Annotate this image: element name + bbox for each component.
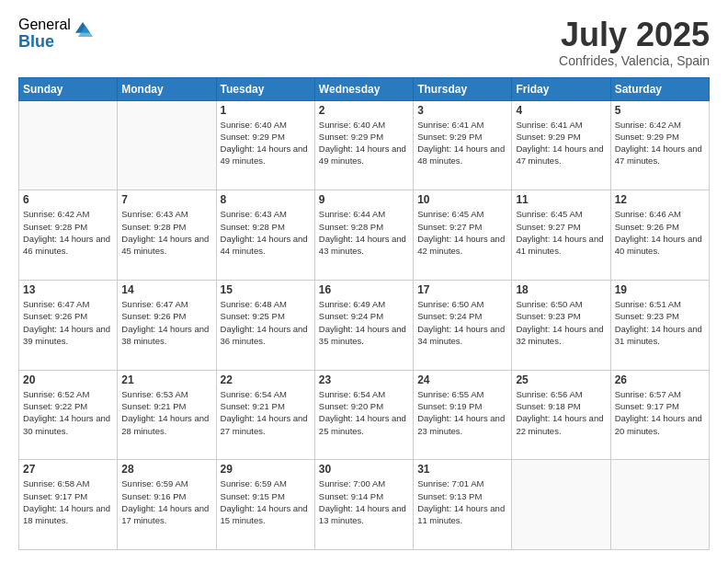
day-number: 30 bbox=[319, 463, 409, 476]
logo-general: General bbox=[18, 17, 71, 33]
month-title: July 2025 bbox=[559, 17, 710, 53]
calendar-cell: 2Sunrise: 6:40 AMSunset: 9:29 PMDaylight… bbox=[314, 100, 413, 190]
day-number: 8 bbox=[221, 193, 311, 206]
calendar-cell: 11Sunrise: 6:45 AMSunset: 9:27 PMDayligh… bbox=[512, 190, 610, 281]
calendar-cell: 24Sunrise: 6:55 AMSunset: 9:19 PMDayligh… bbox=[414, 370, 512, 460]
day-number: 27 bbox=[23, 463, 113, 476]
day-number: 26 bbox=[615, 373, 705, 386]
day-number: 20 bbox=[23, 373, 113, 386]
day-number: 22 bbox=[221, 373, 311, 386]
weekday-header-row: SundayMondayTuesdayWednesdayThursdayFrid… bbox=[19, 77, 710, 100]
day-info: Sunrise: 7:00 AMSunset: 9:14 PMDaylight:… bbox=[319, 477, 409, 526]
calendar-cell: 3Sunrise: 6:41 AMSunset: 9:29 PMDaylight… bbox=[414, 100, 512, 190]
day-number: 31 bbox=[417, 463, 507, 476]
calendar-cell: 22Sunrise: 6:54 AMSunset: 9:21 PMDayligh… bbox=[216, 370, 314, 460]
day-info: Sunrise: 6:43 AMSunset: 9:28 PMDaylight:… bbox=[121, 208, 211, 257]
day-number: 24 bbox=[417, 373, 507, 386]
day-number: 11 bbox=[516, 193, 606, 206]
calendar-cell: 27Sunrise: 6:58 AMSunset: 9:17 PMDayligh… bbox=[19, 460, 118, 550]
day-info: Sunrise: 6:40 AMSunset: 9:29 PMDaylight:… bbox=[319, 119, 409, 167]
day-number: 5 bbox=[615, 104, 705, 117]
day-info: Sunrise: 6:59 AMSunset: 9:15 PMDaylight:… bbox=[221, 477, 311, 526]
day-number: 15 bbox=[221, 283, 311, 296]
weekday-header-monday: Monday bbox=[118, 77, 216, 100]
week-row-3: 20Sunrise: 6:52 AMSunset: 9:22 PMDayligh… bbox=[19, 370, 710, 460]
week-row-0: 1Sunrise: 6:40 AMSunset: 9:29 PMDaylight… bbox=[19, 100, 710, 190]
calendar-cell: 5Sunrise: 6:42 AMSunset: 9:29 PMDaylight… bbox=[610, 100, 709, 190]
day-info: Sunrise: 6:40 AMSunset: 9:29 PMDaylight:… bbox=[221, 119, 311, 167]
calendar-cell: 4Sunrise: 6:41 AMSunset: 9:29 PMDaylight… bbox=[512, 100, 610, 190]
day-number: 3 bbox=[417, 104, 507, 117]
calendar-cell bbox=[19, 100, 118, 190]
day-number: 17 bbox=[417, 283, 507, 296]
day-number: 13 bbox=[23, 283, 113, 296]
weekday-header-saturday: Saturday bbox=[610, 77, 709, 100]
day-info: Sunrise: 6:50 AMSunset: 9:24 PMDaylight:… bbox=[417, 298, 507, 347]
day-number: 18 bbox=[516, 283, 606, 296]
day-number: 12 bbox=[615, 193, 705, 206]
day-number: 25 bbox=[516, 373, 606, 386]
day-info: Sunrise: 6:44 AMSunset: 9:28 PMDaylight:… bbox=[319, 208, 409, 257]
day-info: Sunrise: 6:50 AMSunset: 9:23 PMDaylight:… bbox=[516, 298, 606, 347]
title-block: July 2025 Confrides, Valencia, Spain bbox=[559, 17, 710, 68]
day-info: Sunrise: 6:49 AMSunset: 9:24 PMDaylight:… bbox=[319, 298, 409, 347]
calendar-cell: 31Sunrise: 7:01 AMSunset: 9:13 PMDayligh… bbox=[414, 460, 512, 550]
calendar-cell bbox=[118, 100, 216, 190]
day-info: Sunrise: 7:01 AMSunset: 9:13 PMDaylight:… bbox=[417, 477, 507, 526]
calendar-cell: 30Sunrise: 7:00 AMSunset: 9:14 PMDayligh… bbox=[314, 460, 413, 550]
calendar-cell: 19Sunrise: 6:51 AMSunset: 9:23 PMDayligh… bbox=[610, 280, 709, 370]
day-number: 7 bbox=[121, 193, 211, 206]
day-number: 29 bbox=[221, 463, 311, 476]
calendar-cell: 23Sunrise: 6:54 AMSunset: 9:20 PMDayligh… bbox=[314, 370, 413, 460]
logo: General Blue bbox=[18, 17, 93, 51]
weekday-header-tuesday: Tuesday bbox=[216, 77, 314, 100]
day-info: Sunrise: 6:51 AMSunset: 9:23 PMDaylight:… bbox=[615, 298, 705, 347]
calendar-cell: 15Sunrise: 6:48 AMSunset: 9:25 PMDayligh… bbox=[216, 280, 314, 370]
day-number: 1 bbox=[221, 104, 311, 117]
calendar-cell: 28Sunrise: 6:59 AMSunset: 9:16 PMDayligh… bbox=[118, 460, 216, 550]
day-info: Sunrise: 6:45 AMSunset: 9:27 PMDaylight:… bbox=[516, 208, 606, 257]
calendar-cell: 17Sunrise: 6:50 AMSunset: 9:24 PMDayligh… bbox=[414, 280, 512, 370]
day-info: Sunrise: 6:55 AMSunset: 9:19 PMDaylight:… bbox=[417, 388, 507, 437]
day-info: Sunrise: 6:43 AMSunset: 9:28 PMDaylight:… bbox=[221, 208, 311, 257]
calendar-cell: 29Sunrise: 6:59 AMSunset: 9:15 PMDayligh… bbox=[216, 460, 314, 550]
day-number: 2 bbox=[319, 104, 409, 117]
weekday-header-sunday: Sunday bbox=[19, 77, 118, 100]
logo-text: General Blue bbox=[18, 17, 71, 51]
day-number: 23 bbox=[319, 373, 409, 386]
calendar-cell: 10Sunrise: 6:45 AMSunset: 9:27 PMDayligh… bbox=[414, 190, 512, 281]
calendar-cell bbox=[610, 460, 709, 550]
calendar-cell: 7Sunrise: 6:43 AMSunset: 9:28 PMDaylight… bbox=[118, 190, 216, 281]
day-number: 14 bbox=[121, 283, 211, 296]
calendar-cell: 26Sunrise: 6:57 AMSunset: 9:17 PMDayligh… bbox=[610, 370, 709, 460]
logo-icon bbox=[73, 19, 93, 40]
day-info: Sunrise: 6:54 AMSunset: 9:21 PMDaylight:… bbox=[221, 388, 311, 437]
page: General Blue July 2025 Confrides, Valenc… bbox=[0, 0, 728, 563]
day-info: Sunrise: 6:58 AMSunset: 9:17 PMDaylight:… bbox=[23, 477, 113, 526]
day-info: Sunrise: 6:41 AMSunset: 9:29 PMDaylight:… bbox=[516, 119, 606, 167]
calendar-cell: 14Sunrise: 6:47 AMSunset: 9:26 PMDayligh… bbox=[118, 280, 216, 370]
day-number: 10 bbox=[417, 193, 507, 206]
day-number: 9 bbox=[319, 193, 409, 206]
day-info: Sunrise: 6:42 AMSunset: 9:29 PMDaylight:… bbox=[615, 119, 705, 167]
day-info: Sunrise: 6:41 AMSunset: 9:29 PMDaylight:… bbox=[417, 119, 507, 167]
day-info: Sunrise: 6:47 AMSunset: 9:26 PMDaylight:… bbox=[23, 298, 113, 347]
week-row-4: 27Sunrise: 6:58 AMSunset: 9:17 PMDayligh… bbox=[19, 460, 710, 550]
calendar-cell: 18Sunrise: 6:50 AMSunset: 9:23 PMDayligh… bbox=[512, 280, 610, 370]
day-number: 28 bbox=[121, 463, 211, 476]
weekday-header-friday: Friday bbox=[512, 77, 610, 100]
day-info: Sunrise: 6:45 AMSunset: 9:27 PMDaylight:… bbox=[417, 208, 507, 257]
calendar-cell: 16Sunrise: 6:49 AMSunset: 9:24 PMDayligh… bbox=[314, 280, 413, 370]
location: Confrides, Valencia, Spain bbox=[559, 53, 710, 68]
calendar-cell: 9Sunrise: 6:44 AMSunset: 9:28 PMDaylight… bbox=[314, 190, 413, 281]
header: General Blue July 2025 Confrides, Valenc… bbox=[18, 17, 710, 68]
day-info: Sunrise: 6:47 AMSunset: 9:26 PMDaylight:… bbox=[121, 298, 211, 347]
logo-blue: Blue bbox=[18, 33, 71, 52]
day-info: Sunrise: 6:54 AMSunset: 9:20 PMDaylight:… bbox=[319, 388, 409, 437]
day-info: Sunrise: 6:48 AMSunset: 9:25 PMDaylight:… bbox=[221, 298, 311, 347]
day-info: Sunrise: 6:53 AMSunset: 9:21 PMDaylight:… bbox=[121, 388, 211, 437]
calendar-cell: 13Sunrise: 6:47 AMSunset: 9:26 PMDayligh… bbox=[19, 280, 118, 370]
calendar-cell: 20Sunrise: 6:52 AMSunset: 9:22 PMDayligh… bbox=[19, 370, 118, 460]
calendar-cell: 12Sunrise: 6:46 AMSunset: 9:26 PMDayligh… bbox=[610, 190, 709, 281]
calendar-cell: 25Sunrise: 6:56 AMSunset: 9:18 PMDayligh… bbox=[512, 370, 610, 460]
